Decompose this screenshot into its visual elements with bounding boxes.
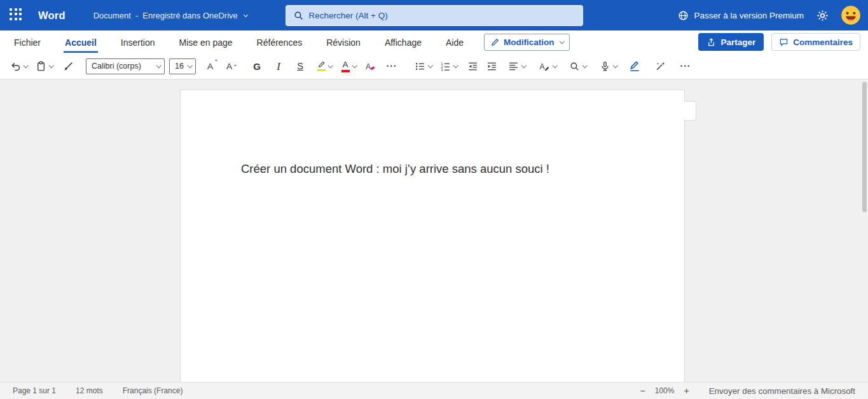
- tab-accueil[interactable]: Accueil: [64, 32, 98, 53]
- styles-icon: A: [539, 61, 550, 72]
- writing-suggestions-button[interactable]: [652, 57, 668, 75]
- chevron-down-icon: [352, 63, 357, 68]
- font-color-button[interactable]: A: [340, 57, 358, 75]
- premium-upgrade-button[interactable]: Passer à la version Premium: [678, 10, 804, 21]
- document-paragraph[interactable]: Créer un document Word : moi j’y arrive …: [241, 162, 684, 176]
- user-avatar[interactable]: [841, 6, 860, 25]
- italic-button[interactable]: I: [271, 57, 286, 75]
- alignment-button[interactable]: [507, 57, 527, 75]
- tab-aide[interactable]: Aide: [444, 32, 465, 53]
- clear-formatting-button[interactable]: A: [362, 57, 378, 75]
- zoom-out-button[interactable]: −: [640, 386, 645, 396]
- zoom-level[interactable]: 100%: [655, 386, 675, 395]
- italic-icon: I: [277, 61, 280, 72]
- app-name: Word: [38, 10, 65, 22]
- tab-revision[interactable]: Révision: [325, 32, 362, 53]
- bold-icon: G: [253, 62, 261, 71]
- font-name-combobox[interactable]: Calibri (corps): [86, 58, 165, 74]
- chevron-down-icon: [24, 63, 29, 68]
- more-font-options-button[interactable]: ···: [384, 57, 399, 75]
- shrink-font-button[interactable]: A ˇ: [224, 57, 239, 75]
- ribbon-toolbar: Calibri (corps) 16 A ˆ A ˇ G I S: [0, 53, 868, 79]
- ribbon-tabs: Fichier Accueil Insertion Mise en page R…: [13, 32, 465, 53]
- bullet-list-button[interactable]: [413, 57, 434, 75]
- editor-button[interactable]: [627, 57, 642, 75]
- font-size-value: 16: [175, 62, 184, 71]
- chevron-down-icon: [156, 63, 161, 68]
- comments-button[interactable]: Commentaires: [771, 33, 860, 51]
- font-color-bar: [341, 70, 350, 72]
- tab-insertion[interactable]: Insertion: [120, 32, 156, 53]
- format-painter-button[interactable]: [60, 57, 76, 75]
- search-input[interactable]: [286, 5, 583, 26]
- text-highlight-button[interactable]: [315, 57, 334, 75]
- header-actions: Passer à la version Premium: [678, 6, 860, 25]
- share-icon: [706, 37, 716, 47]
- svg-text:A: A: [539, 62, 544, 71]
- tab-affichage[interactable]: Affichage: [383, 32, 423, 53]
- word-count-status[interactable]: 12 mots: [76, 386, 103, 395]
- decrease-indent-button[interactable]: [465, 57, 480, 75]
- increase-indent-icon: [486, 61, 497, 72]
- comment-margin-tab[interactable]: [684, 101, 696, 121]
- ellipsis-icon: ···: [387, 61, 397, 71]
- status-left: Page 1 sur 1 12 mots Français (France): [13, 386, 183, 395]
- numbered-list-button[interactable]: 123: [439, 57, 459, 75]
- editor-pen-icon: [629, 60, 640, 72]
- document-page[interactable]: Créer un document Word : moi j’y arrive …: [180, 90, 685, 382]
- ribbon-tab-bar: Fichier Accueil Insertion Mise en page R…: [0, 30, 868, 53]
- chevron-down-icon: [48, 63, 53, 68]
- language-status[interactable]: Français (France): [123, 386, 183, 395]
- zoom-in-button[interactable]: +: [684, 386, 689, 396]
- share-button[interactable]: Partager: [698, 33, 764, 51]
- chevron-down-icon: [187, 63, 192, 68]
- tab-fichier[interactable]: Fichier: [13, 32, 42, 53]
- microphone-icon: [600, 61, 610, 72]
- premium-label: Passer à la version Premium: [694, 11, 804, 20]
- caret-down-icon: ˇ: [234, 65, 237, 72]
- format-painter-icon: [63, 61, 74, 72]
- align-text-icon: [508, 61, 519, 72]
- vertical-scrollbar[interactable]: ▲: [861, 79, 868, 382]
- tab-mise-en-page[interactable]: Mise en page: [178, 32, 234, 53]
- app-launcher-icon[interactable]: [10, 8, 24, 23]
- share-label: Partager: [720, 37, 755, 47]
- search-container: [286, 5, 583, 26]
- numbered-list-icon: 123: [440, 61, 451, 72]
- dictate-button[interactable]: [598, 57, 619, 75]
- scrollbar-thumb[interactable]: [862, 82, 867, 212]
- search-icon: [293, 10, 304, 21]
- paste-button[interactable]: [34, 57, 55, 75]
- underline-button[interactable]: S: [293, 57, 308, 75]
- settings-gear-icon[interactable]: [816, 10, 829, 22]
- chevron-down-icon: [552, 63, 557, 68]
- editing-mode-dropdown[interactable]: Modification: [484, 34, 570, 51]
- search-icon: [569, 61, 580, 72]
- bold-button[interactable]: G: [249, 57, 265, 75]
- document-title-bar[interactable]: Document - Enregistré dans OneDrive: [93, 11, 247, 20]
- styles-button[interactable]: A: [537, 57, 558, 75]
- chevron-down-icon: [428, 63, 433, 68]
- status-bar: Page 1 sur 1 12 mots Français (France) −…: [0, 382, 868, 399]
- more-commands-button[interactable]: ···: [678, 57, 693, 75]
- tab-references[interactable]: Références: [256, 32, 304, 53]
- save-status: Enregistré dans OneDrive: [142, 11, 238, 20]
- font-color-icon: A: [341, 60, 350, 72]
- font-color-letter: A: [342, 60, 348, 69]
- increase-indent-button[interactable]: [484, 57, 499, 75]
- chevron-down-icon: [328, 63, 333, 68]
- clear-formatting-icon: A: [364, 61, 376, 72]
- chevron-down-icon: [612, 63, 617, 68]
- ribbon-right-actions: Partager Commentaires: [698, 33, 860, 51]
- globe-icon: [678, 10, 689, 21]
- status-right: − 100% + Envoyer des commentaires à Micr…: [640, 386, 855, 396]
- comments-label: Commentaires: [793, 37, 853, 47]
- undo-button[interactable]: [9, 57, 29, 75]
- feedback-link[interactable]: Envoyer des commentaires à Microsoft: [709, 386, 855, 396]
- grow-font-button[interactable]: A ˆ: [205, 57, 220, 75]
- magic-wand-icon: [655, 61, 666, 72]
- page-count-status[interactable]: Page 1 sur 1: [13, 386, 56, 395]
- underline-icon: S: [297, 62, 303, 71]
- find-button[interactable]: [568, 57, 588, 75]
- font-size-combobox[interactable]: 16: [169, 58, 196, 74]
